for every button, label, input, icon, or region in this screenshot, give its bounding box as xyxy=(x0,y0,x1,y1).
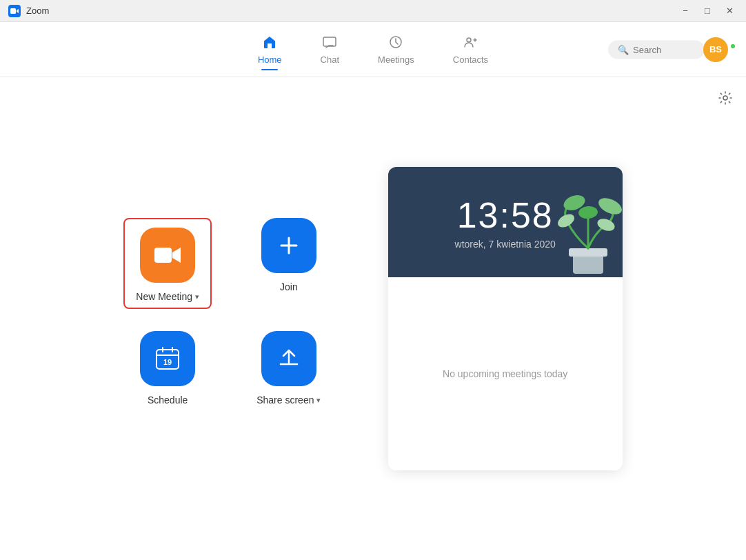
tab-contacts[interactable]: Contacts xyxy=(434,29,507,70)
online-status-badge xyxy=(729,43,736,50)
schedule-button[interactable]: 19 xyxy=(140,331,195,386)
svg-text:19: 19 xyxy=(163,358,172,366)
avatar-initials: BS xyxy=(709,44,722,54)
join-button[interactable] xyxy=(261,218,316,273)
settings-button[interactable] xyxy=(716,88,735,108)
header-search: 🔍 xyxy=(608,40,705,59)
calendar-icon: 19 xyxy=(154,346,181,372)
tab-chat-label: Chat xyxy=(321,54,339,65)
new-meeting-label: New Meeting ▾ xyxy=(136,291,199,302)
search-box: 🔍 xyxy=(608,40,705,59)
share-screen-action-item[interactable]: Share screen ▾ xyxy=(245,331,333,406)
share-screen-dropdown-icon: ▾ xyxy=(316,396,321,405)
share-icon xyxy=(276,346,301,371)
close-button[interactable]: ✕ xyxy=(721,3,738,19)
tab-contacts-label: Contacts xyxy=(453,54,488,65)
meetings-icon xyxy=(388,34,403,52)
avatar[interactable]: BS xyxy=(703,37,728,62)
plus-icon xyxy=(277,234,301,257)
camera-icon xyxy=(154,245,181,266)
svg-rect-5 xyxy=(154,248,172,263)
header: Home Chat Meetings xyxy=(0,22,746,77)
join-label: Join xyxy=(280,281,298,292)
schedule-action-item[interactable]: 19 Schedule xyxy=(123,331,212,406)
chat-icon xyxy=(322,34,337,52)
share-screen-label: Share screen ▾ xyxy=(256,394,321,406)
join-action-item[interactable]: Join xyxy=(245,218,333,309)
calendar-time: 13:58 xyxy=(457,194,554,236)
schedule-label: Schedule xyxy=(148,394,188,406)
calendar-time-section: 13:58 wtorek, 7 kwietnia 2020 xyxy=(455,194,556,250)
tab-meetings[interactable]: Meetings xyxy=(359,29,434,70)
calendar-card: 13:58 wtorek, 7 kwietnia 2020 xyxy=(388,167,623,470)
share-screen-button[interactable] xyxy=(261,331,316,386)
app-title: Zoom xyxy=(26,6,49,16)
maximize-button[interactable]: □ xyxy=(699,3,716,19)
calendar-date: wtorek, 7 kwietnia 2020 xyxy=(455,239,556,250)
calendar-header: 13:58 wtorek, 7 kwietnia 2020 xyxy=(388,167,623,277)
svg-point-11 xyxy=(596,194,623,217)
gear-icon xyxy=(718,90,733,106)
title-bar-left: Zoom xyxy=(8,5,49,17)
svg-point-3 xyxy=(467,38,471,42)
tab-meetings-label: Meetings xyxy=(378,54,414,65)
search-input[interactable] xyxy=(633,44,702,54)
minimize-button[interactable]: − xyxy=(677,3,694,19)
title-bar: Zoom − □ ✕ xyxy=(0,0,746,22)
plant-decoration xyxy=(554,188,623,277)
zoom-logo-icon xyxy=(8,5,21,17)
title-bar-controls: − □ ✕ xyxy=(677,3,738,19)
contacts-icon xyxy=(463,34,478,52)
svg-point-4 xyxy=(723,96,727,100)
search-icon: 🔍 xyxy=(618,44,629,54)
svg-rect-1 xyxy=(323,37,336,46)
svg-rect-9 xyxy=(569,248,607,257)
no-meetings-text: No upcoming meetings today xyxy=(443,368,567,379)
tab-home[interactable]: Home xyxy=(239,29,301,70)
nav-tabs: Home Chat Meetings xyxy=(239,29,507,70)
tab-chat[interactable]: Chat xyxy=(301,29,359,70)
new-meeting-wrapper[interactable]: New Meeting ▾ xyxy=(123,218,212,309)
home-icon xyxy=(262,34,277,52)
new-meeting-button[interactable] xyxy=(140,228,195,283)
svg-point-12 xyxy=(578,206,598,219)
main-content: New Meeting ▾ Join 19 xyxy=(0,77,746,560)
tab-home-label: Home xyxy=(258,54,282,65)
new-meeting-dropdown-icon: ▾ xyxy=(195,292,199,301)
calendar-body: No upcoming meetings today xyxy=(388,277,623,470)
actions-grid: New Meeting ▾ Join 19 xyxy=(123,218,332,406)
